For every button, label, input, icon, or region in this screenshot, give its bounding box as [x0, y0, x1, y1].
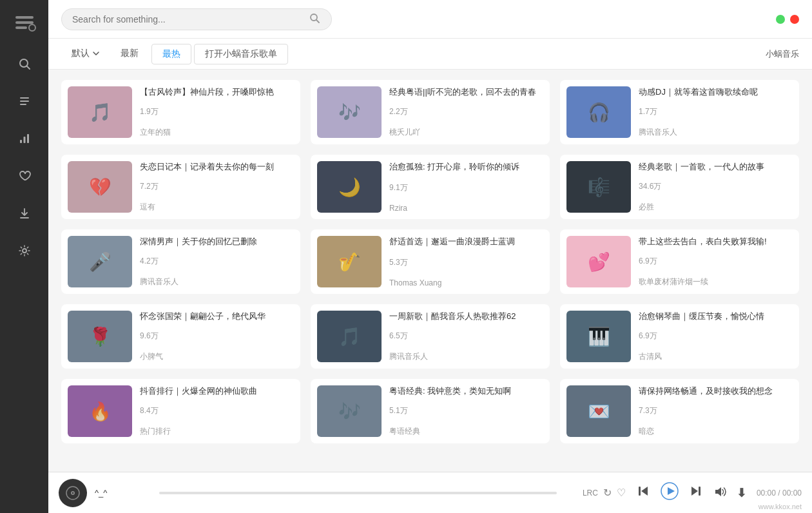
list-item[interactable]: 🎷舒适首选｜邂逅一曲浪漫爵士蓝调5.3万Thomas Xuang: [311, 229, 550, 294]
close-button[interactable]: [790, 15, 799, 24]
svg-marker-22: [668, 487, 675, 495]
svg-marker-23: [691, 487, 698, 496]
tab-default[interactable]: 默认: [61, 39, 110, 70]
sidebar-item-favorites[interactable]: [8, 160, 41, 192]
player-controls: ⬇: [633, 479, 749, 507]
play-button[interactable]: [658, 479, 681, 507]
volume-button[interactable]: [711, 483, 729, 503]
sidebar-item-settings[interactable]: [8, 235, 41, 267]
list-item[interactable]: 🔥抖音排行｜火爆全网的神仙歌曲8.4万热门排行: [61, 379, 300, 443]
tabs-bar: 默认 最新 最热 打开小蜗音乐歌单 小蜗音乐: [48, 39, 812, 70]
svg-rect-24: [699, 487, 701, 496]
svg-point-18: [72, 492, 73, 493]
next-button[interactable]: [686, 481, 706, 504]
sidebar-item-download[interactable]: [8, 197, 41, 229]
list-item[interactable]: 🎼经典老歌｜一首歌，一代人的故事34.6万必胜: [560, 155, 799, 219]
list-item[interactable]: 🎶经典粤语||听不完的老歌，回不去的青春2.2万桃夭儿吖: [311, 80, 550, 144]
svg-point-13: [23, 249, 26, 253]
header: [48, 0, 812, 39]
repeat-icon[interactable]: ↻: [603, 487, 612, 499]
player-title: ^_^: [95, 488, 133, 498]
lrc-button[interactable]: LRC: [583, 489, 598, 498]
list-item[interactable]: 🎧动感DJ｜就等着这首嗨歌续命呢1.7万腾讯音乐人: [560, 80, 799, 144]
svg-rect-6: [20, 97, 29, 99]
svg-rect-20: [639, 487, 641, 496]
main-area: 默认 最新 最热 打开小蜗音乐歌单 小蜗音乐 🎵【古风铃声】神仙片段，开嗓即惊艳…: [48, 0, 812, 513]
list-item[interactable]: 🌙治愈孤独: 打开心扉，聆听你的倾诉9.1万Rzira: [311, 155, 550, 219]
list-item[interactable]: 🎤深情男声｜关于你的回忆已删除4.2万腾讯音乐人: [61, 229, 300, 294]
player-time: 00:00 / 00:00: [757, 489, 802, 498]
content-area: 🎵【古风铃声】神仙片段，开嗓即惊艳1.9万立年的猫🎶经典粤语||听不完的老歌，回…: [48, 70, 812, 472]
search-input[interactable]: [72, 14, 304, 24]
list-item[interactable]: 🌹怀念张国荣｜翩翩公子，绝代风华9.6万小脾气: [61, 304, 300, 369]
svg-marker-19: [641, 487, 648, 496]
list-item[interactable]: 💕带上这些去告白，表白失败算我输!6.9万歌单废材蒲许烟一续: [560, 229, 799, 294]
chevron-down-icon: [92, 50, 100, 57]
svg-rect-0: [15, 16, 34, 19]
list-item[interactable]: 🎵一周新歌｜酷我音乐人热歌推荐626.5万腾讯音乐人: [311, 304, 550, 369]
player-progress[interactable]: [159, 492, 557, 494]
tab-open[interactable]: 打开小蜗音乐歌单: [194, 44, 288, 64]
list-item[interactable]: 🎶粤语经典: 我钟意类，类知无知啊5.1万粤语经典: [311, 379, 550, 443]
prev-button[interactable]: [633, 481, 653, 504]
list-item[interactable]: 🎹治愈钢琴曲｜缓压节奏，愉悦心情6.9万古清风: [560, 304, 799, 369]
svg-rect-8: [20, 104, 26, 105]
card-grid: 🎵【古风铃声】神仙片段，开嗓即惊艳1.9万立年的猫🎶经典粤语||听不完的老歌，回…: [61, 80, 799, 443]
search-icon[interactable]: [309, 13, 320, 26]
svg-rect-2: [15, 26, 27, 29]
player-url: www.kkox.net: [759, 503, 802, 510]
window-controls: [776, 15, 799, 24]
list-item[interactable]: 🎵【古风铃声】神仙片段，开嗓即惊艳1.9万立年的猫: [61, 80, 300, 144]
list-item[interactable]: 💌请保持网络畅通，及时接收我的想念7.3万暗恋: [560, 379, 799, 443]
search-box[interactable]: [61, 8, 332, 30]
tab-latest[interactable]: 最新: [110, 39, 149, 70]
svg-rect-10: [23, 137, 25, 143]
svg-line-15: [316, 20, 319, 23]
svg-rect-7: [20, 101, 29, 102]
svg-marker-25: [715, 487, 721, 496]
more-button[interactable]: ⬇: [734, 483, 749, 503]
tab-hot[interactable]: 最热: [151, 44, 191, 64]
player-disc: [59, 479, 87, 507]
svg-rect-11: [27, 134, 29, 143]
sidebar-item-search[interactable]: [8, 48, 41, 80]
svg-point-3: [29, 24, 35, 31]
sidebar-item-library[interactable]: [8, 85, 41, 117]
tab-right-label[interactable]: 小蜗音乐: [766, 48, 799, 60]
svg-line-5: [26, 66, 30, 70]
maximize-button[interactable]: [776, 15, 785, 24]
logo: [8, 6, 41, 39]
svg-rect-9: [20, 140, 22, 143]
player-icons: LRC ↻ ♡: [583, 487, 626, 499]
sidebar: [0, 0, 48, 513]
player-bar: ^_^ LRC ↻ ♡: [48, 472, 812, 513]
svg-rect-1: [15, 21, 34, 24]
sidebar-item-charts[interactable]: [8, 122, 41, 155]
heart-icon[interactable]: ♡: [617, 487, 626, 499]
list-item[interactable]: 💔失恋日记本｜记录着失去你的每一刻7.2万逗有: [61, 155, 300, 219]
